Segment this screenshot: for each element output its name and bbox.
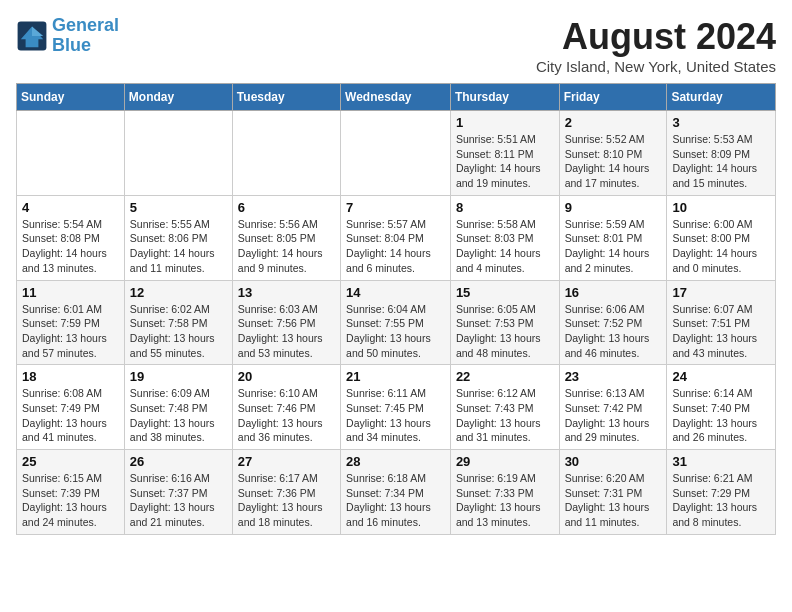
calendar-cell: 13Sunrise: 6:03 AMSunset: 7:56 PMDayligh… (232, 280, 340, 365)
day-info: Sunrise: 5:51 AMSunset: 8:11 PMDaylight:… (456, 132, 554, 191)
calendar-table: SundayMondayTuesdayWednesdayThursdayFrid… (16, 83, 776, 535)
day-number: 25 (22, 454, 119, 469)
day-number: 19 (130, 369, 227, 384)
day-info: Sunrise: 5:54 AMSunset: 8:08 PMDaylight:… (22, 217, 119, 276)
day-number: 11 (22, 285, 119, 300)
day-number: 31 (672, 454, 770, 469)
day-number: 28 (346, 454, 445, 469)
weekday-header-sunday: Sunday (17, 84, 125, 111)
weekday-header-saturday: Saturday (667, 84, 776, 111)
day-info: Sunrise: 6:21 AMSunset: 7:29 PMDaylight:… (672, 471, 770, 530)
calendar-cell: 27Sunrise: 6:17 AMSunset: 7:36 PMDayligh… (232, 450, 340, 535)
day-info: Sunrise: 6:09 AMSunset: 7:48 PMDaylight:… (130, 386, 227, 445)
calendar-cell: 16Sunrise: 6:06 AMSunset: 7:52 PMDayligh… (559, 280, 667, 365)
day-info: Sunrise: 5:55 AMSunset: 8:06 PMDaylight:… (130, 217, 227, 276)
day-number: 2 (565, 115, 662, 130)
day-info: Sunrise: 5:59 AMSunset: 8:01 PMDaylight:… (565, 217, 662, 276)
calendar-cell: 6Sunrise: 5:56 AMSunset: 8:05 PMDaylight… (232, 195, 340, 280)
day-number: 18 (22, 369, 119, 384)
day-info: Sunrise: 6:20 AMSunset: 7:31 PMDaylight:… (565, 471, 662, 530)
day-number: 13 (238, 285, 335, 300)
day-number: 1 (456, 115, 554, 130)
day-info: Sunrise: 6:01 AMSunset: 7:59 PMDaylight:… (22, 302, 119, 361)
calendar-cell: 5Sunrise: 5:55 AMSunset: 8:06 PMDaylight… (124, 195, 232, 280)
day-number: 9 (565, 200, 662, 215)
day-number: 23 (565, 369, 662, 384)
day-number: 6 (238, 200, 335, 215)
day-info: Sunrise: 6:15 AMSunset: 7:39 PMDaylight:… (22, 471, 119, 530)
calendar-week-1: 1Sunrise: 5:51 AMSunset: 8:11 PMDaylight… (17, 111, 776, 196)
day-number: 29 (456, 454, 554, 469)
calendar-cell (232, 111, 340, 196)
calendar-cell: 23Sunrise: 6:13 AMSunset: 7:42 PMDayligh… (559, 365, 667, 450)
weekday-header-tuesday: Tuesday (232, 84, 340, 111)
day-number: 5 (130, 200, 227, 215)
calendar-week-5: 25Sunrise: 6:15 AMSunset: 7:39 PMDayligh… (17, 450, 776, 535)
calendar-subtitle: City Island, New York, United States (536, 58, 776, 75)
day-number: 22 (456, 369, 554, 384)
day-number: 27 (238, 454, 335, 469)
day-info: Sunrise: 6:11 AMSunset: 7:45 PMDaylight:… (346, 386, 445, 445)
day-info: Sunrise: 6:06 AMSunset: 7:52 PMDaylight:… (565, 302, 662, 361)
day-number: 4 (22, 200, 119, 215)
day-number: 20 (238, 369, 335, 384)
day-info: Sunrise: 6:16 AMSunset: 7:37 PMDaylight:… (130, 471, 227, 530)
day-number: 10 (672, 200, 770, 215)
logo-icon (16, 20, 48, 52)
day-number: 3 (672, 115, 770, 130)
calendar-cell: 4Sunrise: 5:54 AMSunset: 8:08 PMDaylight… (17, 195, 125, 280)
day-info: Sunrise: 5:57 AMSunset: 8:04 PMDaylight:… (346, 217, 445, 276)
day-number: 15 (456, 285, 554, 300)
day-info: Sunrise: 6:13 AMSunset: 7:42 PMDaylight:… (565, 386, 662, 445)
day-info: Sunrise: 6:02 AMSunset: 7:58 PMDaylight:… (130, 302, 227, 361)
calendar-cell: 7Sunrise: 5:57 AMSunset: 8:04 PMDaylight… (341, 195, 451, 280)
day-number: 8 (456, 200, 554, 215)
weekday-header-thursday: Thursday (450, 84, 559, 111)
day-number: 14 (346, 285, 445, 300)
page-header: General Blue August 2024 City Island, Ne… (16, 16, 776, 75)
calendar-cell: 10Sunrise: 6:00 AMSunset: 8:00 PMDayligh… (667, 195, 776, 280)
day-number: 24 (672, 369, 770, 384)
calendar-cell: 17Sunrise: 6:07 AMSunset: 7:51 PMDayligh… (667, 280, 776, 365)
calendar-cell: 1Sunrise: 5:51 AMSunset: 8:11 PMDaylight… (450, 111, 559, 196)
weekday-header-monday: Monday (124, 84, 232, 111)
calendar-cell: 12Sunrise: 6:02 AMSunset: 7:58 PMDayligh… (124, 280, 232, 365)
calendar-cell (341, 111, 451, 196)
day-info: Sunrise: 5:52 AMSunset: 8:10 PMDaylight:… (565, 132, 662, 191)
day-number: 16 (565, 285, 662, 300)
day-info: Sunrise: 6:05 AMSunset: 7:53 PMDaylight:… (456, 302, 554, 361)
calendar-cell: 15Sunrise: 6:05 AMSunset: 7:53 PMDayligh… (450, 280, 559, 365)
day-info: Sunrise: 6:18 AMSunset: 7:34 PMDaylight:… (346, 471, 445, 530)
calendar-cell: 25Sunrise: 6:15 AMSunset: 7:39 PMDayligh… (17, 450, 125, 535)
day-info: Sunrise: 6:08 AMSunset: 7:49 PMDaylight:… (22, 386, 119, 445)
calendar-cell: 11Sunrise: 6:01 AMSunset: 7:59 PMDayligh… (17, 280, 125, 365)
day-info: Sunrise: 6:14 AMSunset: 7:40 PMDaylight:… (672, 386, 770, 445)
weekday-header-friday: Friday (559, 84, 667, 111)
day-info: Sunrise: 6:07 AMSunset: 7:51 PMDaylight:… (672, 302, 770, 361)
day-info: Sunrise: 6:04 AMSunset: 7:55 PMDaylight:… (346, 302, 445, 361)
calendar-cell: 9Sunrise: 5:59 AMSunset: 8:01 PMDaylight… (559, 195, 667, 280)
day-number: 7 (346, 200, 445, 215)
day-number: 30 (565, 454, 662, 469)
day-info: Sunrise: 6:12 AMSunset: 7:43 PMDaylight:… (456, 386, 554, 445)
day-number: 12 (130, 285, 227, 300)
calendar-cell: 3Sunrise: 5:53 AMSunset: 8:09 PMDaylight… (667, 111, 776, 196)
calendar-cell: 8Sunrise: 5:58 AMSunset: 8:03 PMDaylight… (450, 195, 559, 280)
day-info: Sunrise: 5:58 AMSunset: 8:03 PMDaylight:… (456, 217, 554, 276)
day-number: 21 (346, 369, 445, 384)
day-info: Sunrise: 5:56 AMSunset: 8:05 PMDaylight:… (238, 217, 335, 276)
calendar-cell (124, 111, 232, 196)
calendar-title: August 2024 (536, 16, 776, 58)
calendar-header: SundayMondayTuesdayWednesdayThursdayFrid… (17, 84, 776, 111)
day-number: 17 (672, 285, 770, 300)
day-info: Sunrise: 5:53 AMSunset: 8:09 PMDaylight:… (672, 132, 770, 191)
calendar-cell: 14Sunrise: 6:04 AMSunset: 7:55 PMDayligh… (341, 280, 451, 365)
calendar-cell: 26Sunrise: 6:16 AMSunset: 7:37 PMDayligh… (124, 450, 232, 535)
calendar-week-4: 18Sunrise: 6:08 AMSunset: 7:49 PMDayligh… (17, 365, 776, 450)
calendar-cell: 31Sunrise: 6:21 AMSunset: 7:29 PMDayligh… (667, 450, 776, 535)
weekday-header-row: SundayMondayTuesdayWednesdayThursdayFrid… (17, 84, 776, 111)
calendar-cell (17, 111, 125, 196)
calendar-cell: 19Sunrise: 6:09 AMSunset: 7:48 PMDayligh… (124, 365, 232, 450)
day-info: Sunrise: 6:10 AMSunset: 7:46 PMDaylight:… (238, 386, 335, 445)
weekday-header-wednesday: Wednesday (341, 84, 451, 111)
